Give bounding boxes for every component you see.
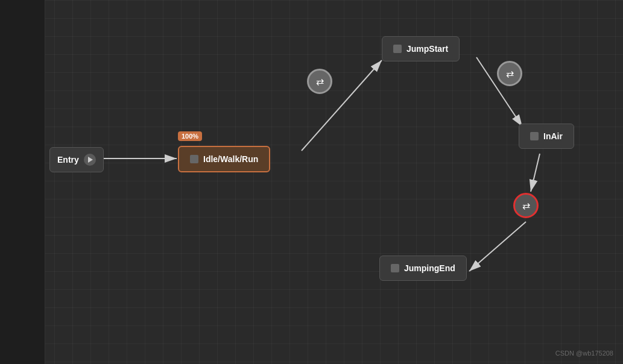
jumpingend-node-label: JumpingEnd xyxy=(404,263,455,273)
jumpstart-node-label: JumpStart xyxy=(406,44,448,54)
idle-node-label: Idle/Walk/Run xyxy=(203,154,258,164)
transition-icon-t2[interactable]: ⇄ xyxy=(497,61,522,86)
idle-badge: 100% xyxy=(178,131,202,141)
canvas-grid xyxy=(0,0,623,364)
node-icon xyxy=(190,155,198,163)
transition-icon-t3-selected[interactable]: ⇄ xyxy=(513,193,539,218)
entry-play-button[interactable] xyxy=(84,154,96,166)
idle-walk-run-node[interactable]: Idle/Walk/Run xyxy=(178,146,270,172)
left-panel xyxy=(0,0,45,364)
inair-node-label: InAir xyxy=(543,131,563,141)
inair-node[interactable]: InAir xyxy=(519,124,574,149)
entry-label: Entry xyxy=(57,155,79,165)
node-icon xyxy=(530,132,539,140)
entry-node[interactable]: Entry xyxy=(49,147,104,172)
jumpingend-node[interactable]: JumpingEnd xyxy=(379,256,467,281)
node-icon xyxy=(391,264,399,272)
jumpstart-node[interactable]: JumpStart xyxy=(382,36,460,61)
watermark: CSDN @wb175208 xyxy=(555,350,613,357)
transition-icon-t1[interactable]: ⇄ xyxy=(307,69,332,94)
node-icon xyxy=(393,45,402,53)
